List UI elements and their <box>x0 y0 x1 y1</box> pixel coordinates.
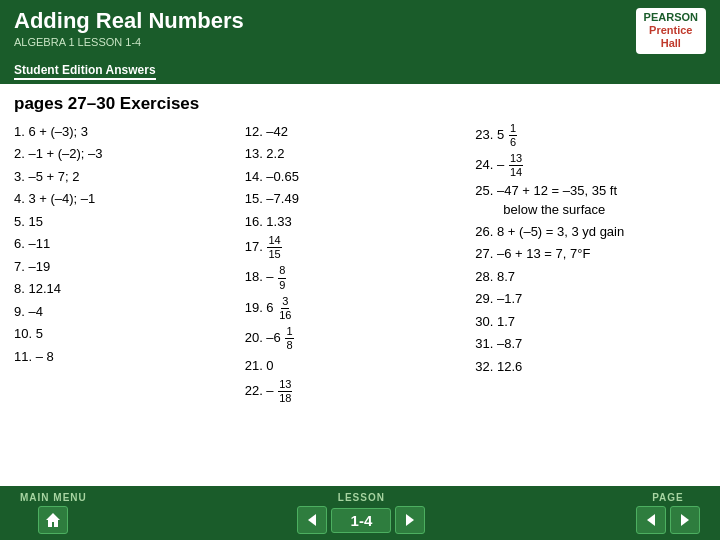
item23-prefix: 23. 5 <box>475 127 504 142</box>
hall-text: Hall <box>661 37 681 50</box>
lesson-label: ALGEBRA 1 LESSON 1-4 <box>14 36 244 48</box>
list-item: 31. –8.7 <box>475 334 706 354</box>
svg-marker-4 <box>681 514 689 526</box>
list-item: 14. –0.65 <box>245 167 476 187</box>
item24-prefix: 24. – <box>475 157 504 172</box>
home-icon <box>44 511 62 529</box>
main-content: pages 27–30 Exercises 1. 6 + (–3); 3 2. … <box>0 84 720 406</box>
list-item: 13. 2.2 <box>245 144 476 164</box>
page-left-icon <box>645 513 657 527</box>
list-item: 5. 15 <box>14 212 245 232</box>
item18-prefix: 18. – <box>245 270 274 285</box>
list-item: 6. –11 <box>14 234 245 254</box>
list-item: 9. –4 <box>14 302 245 322</box>
fraction-19: 3 16 <box>278 295 292 322</box>
list-item: 24. – 13 14 <box>475 152 706 179</box>
page-right-icon <box>679 513 691 527</box>
list-item: 21. 0 <box>245 356 476 376</box>
list-item: 15. –7.49 <box>245 189 476 209</box>
list-item: 26. 8 + (–5) = 3, 3 yd gain <box>475 222 706 242</box>
list-item: 3. –5 + 7; 2 <box>14 167 245 187</box>
item17-prefix: 17. <box>245 239 263 254</box>
list-item: 1. 6 + (–3); 3 <box>14 122 245 142</box>
item19-prefix: 19. 6 <box>245 300 274 315</box>
pearson-logo: PEARSON Prentice Hall <box>636 8 706 54</box>
lesson-next-button[interactable] <box>395 506 425 534</box>
list-item: 30. 1.7 <box>475 312 706 332</box>
footer-lesson: LESSON 1-4 <box>297 492 425 534</box>
columns: 1. 6 + (–3); 3 2. –1 + (–2); –3 3. –5 + … <box>14 122 706 406</box>
fraction-18: 8 9 <box>278 264 286 291</box>
footer: MAIN MENU LESSON 1-4 PAGE <box>0 486 720 540</box>
pearson-text: PEARSON <box>644 11 698 24</box>
column-1: 1. 6 + (–3); 3 2. –1 + (–2); –3 3. –5 + … <box>14 122 245 406</box>
item25-line1: 25. –47 + 12 = –35, 35 ft <box>475 182 706 200</box>
list-item: 25. –47 + 12 = –35, 35 ft below the surf… <box>475 182 706 218</box>
page-arrows <box>636 506 700 534</box>
page-next-button[interactable] <box>670 506 700 534</box>
fraction-22: 13 18 <box>278 378 292 405</box>
footer-main-menu: MAIN MENU <box>20 492 87 534</box>
column-2: 12. –42 13. 2.2 14. –0.65 15. –7.49 16. … <box>245 122 476 406</box>
list-item: 12. –42 <box>245 122 476 142</box>
lesson-label: LESSON <box>338 492 385 503</box>
chevron-right-icon <box>404 513 416 527</box>
list-item: 7. –19 <box>14 257 245 277</box>
list-item: 23. 5 1 6 <box>475 122 706 149</box>
list-item: 32. 12.6 <box>475 357 706 377</box>
list-item: 19. 6 3 16 <box>245 295 476 322</box>
svg-marker-0 <box>46 513 60 527</box>
lesson-prev-button[interactable] <box>297 506 327 534</box>
page-prev-button[interactable] <box>636 506 666 534</box>
page-heading: pages 27–30 Exercises <box>14 94 706 114</box>
fraction-17: 14 15 <box>267 234 281 261</box>
main-menu-button[interactable] <box>38 506 68 534</box>
header-left: Adding Real Numbers ALGEBRA 1 LESSON 1-4 <box>14 8 244 48</box>
list-item: 22. – 13 18 <box>245 378 476 405</box>
main-menu-label: MAIN MENU <box>20 492 87 503</box>
svg-marker-3 <box>647 514 655 526</box>
lesson-badge: 1-4 <box>331 508 391 533</box>
chevron-left-icon <box>306 513 318 527</box>
svg-marker-2 <box>406 514 414 526</box>
list-item: 8. 12.14 <box>14 279 245 299</box>
column-3: 23. 5 1 6 24. – 13 14 25. –47 + 12 = –35… <box>475 122 706 406</box>
item25-line2: below the surface <box>475 201 706 219</box>
sea-label: Student Edition Answers <box>14 63 156 80</box>
fraction-23: 1 6 <box>509 122 517 149</box>
page-title: Adding Real Numbers <box>14 8 244 34</box>
svg-marker-1 <box>308 514 316 526</box>
item20-prefix: 20. –6 <box>245 330 281 345</box>
item22-prefix: 22. – <box>245 383 274 398</box>
list-item: 27. –6 + 13 = 7, 7°F <box>475 244 706 264</box>
list-item: 11. – 8 <box>14 347 245 367</box>
page-label: PAGE <box>652 492 684 503</box>
footer-page: PAGE <box>636 492 700 534</box>
list-item: 20. –6 1 8 <box>245 325 476 352</box>
fraction-20: 1 8 <box>285 325 293 352</box>
list-item: 10. 5 <box>14 324 245 344</box>
prentice-text: Prentice <box>649 24 692 37</box>
list-item: 4. 3 + (–4); –1 <box>14 189 245 209</box>
header: Adding Real Numbers ALGEBRA 1 LESSON 1-4… <box>0 0 720 58</box>
list-item: 17. 14 15 <box>245 234 476 261</box>
list-item: 18. – 8 9 <box>245 264 476 291</box>
fraction-24: 13 14 <box>509 152 523 179</box>
sea-bar: Student Edition Answers <box>0 58 720 84</box>
list-item: 16. 1.33 <box>245 212 476 232</box>
list-item: 29. –1.7 <box>475 289 706 309</box>
list-item: 28. 8.7 <box>475 267 706 287</box>
list-item: 2. –1 + (–2); –3 <box>14 144 245 164</box>
